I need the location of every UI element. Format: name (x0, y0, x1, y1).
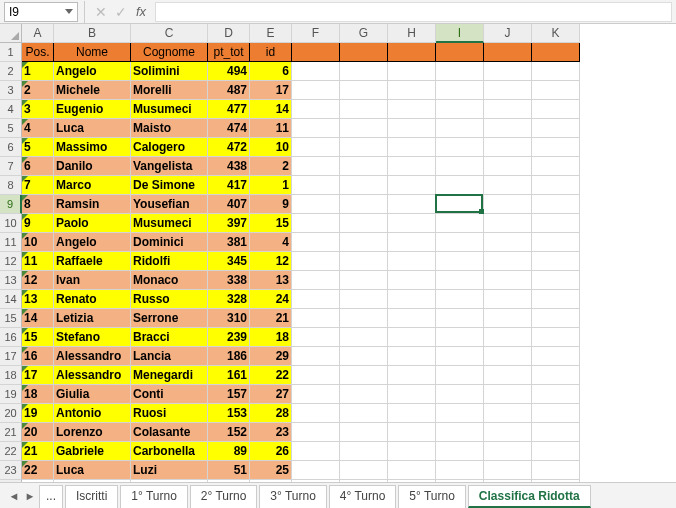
cell-empty[interactable] (484, 195, 532, 214)
cell-nome[interactable]: Michele (54, 81, 131, 100)
cell-id[interactable]: 23 (250, 423, 292, 442)
cell-empty[interactable] (436, 423, 484, 442)
cell-empty[interactable] (436, 328, 484, 347)
cell-cognome[interactable]: Serrone (131, 309, 208, 328)
cell-cognome[interactable]: Musumeci (131, 214, 208, 233)
cell-pos[interactable]: 11 (22, 252, 54, 271)
sheet-tab[interactable]: Classifica Ridotta (468, 485, 591, 508)
cell-pos[interactable]: 19 (22, 404, 54, 423)
cell-empty[interactable] (292, 442, 340, 461)
cell-empty[interactable] (292, 157, 340, 176)
header-id[interactable]: id (250, 43, 292, 62)
cell-empty[interactable] (292, 290, 340, 309)
cell-empty[interactable] (532, 385, 580, 404)
cell-empty[interactable] (532, 252, 580, 271)
formula-input[interactable] (155, 2, 672, 22)
cell-pos[interactable]: 3 (22, 100, 54, 119)
cell-pos[interactable]: 22 (22, 461, 54, 480)
cell-empty[interactable] (340, 81, 388, 100)
cell-cognome[interactable]: Russo (131, 290, 208, 309)
cell-cognome[interactable]: Lancia (131, 347, 208, 366)
cell-empty[interactable] (436, 214, 484, 233)
cell-pos[interactable]: 7 (22, 176, 54, 195)
cell-empty[interactable] (292, 461, 340, 480)
cell-nome[interactable]: Raffaele (54, 252, 131, 271)
cell-empty[interactable] (340, 423, 388, 442)
cell-id[interactable]: 25 (250, 461, 292, 480)
cell-empty[interactable] (436, 43, 484, 62)
cell-empty[interactable] (340, 119, 388, 138)
cell-pt[interactable]: 381 (208, 233, 250, 252)
cell-empty[interactable] (436, 309, 484, 328)
cell-empty[interactable] (532, 176, 580, 195)
cell-pt[interactable]: 310 (208, 309, 250, 328)
cell-pt[interactable]: 239 (208, 328, 250, 347)
cell-pt[interactable]: 407 (208, 195, 250, 214)
cell-empty[interactable] (532, 271, 580, 290)
cell-empty[interactable] (484, 100, 532, 119)
cell-cognome[interactable]: Vangelista (131, 157, 208, 176)
column-header-B[interactable]: B (54, 24, 131, 43)
cell-empty[interactable] (532, 119, 580, 138)
cell-cognome[interactable]: Dominici (131, 233, 208, 252)
cell-empty[interactable] (532, 404, 580, 423)
cell-empty[interactable] (484, 252, 532, 271)
cell-empty[interactable] (436, 404, 484, 423)
cell-id[interactable]: 21 (250, 309, 292, 328)
cell-empty[interactable] (340, 62, 388, 81)
column-header-K[interactable]: K (532, 24, 580, 43)
row-header-2[interactable]: 2 (0, 62, 22, 81)
tab-nav-next-icon[interactable]: ► (22, 490, 38, 502)
row-header-10[interactable]: 10 (0, 214, 22, 233)
cell-pt[interactable]: 153 (208, 404, 250, 423)
cell-empty[interactable] (388, 43, 436, 62)
cell-empty[interactable] (340, 385, 388, 404)
cell-empty[interactable] (532, 328, 580, 347)
cell-empty[interactable] (292, 404, 340, 423)
row-header-19[interactable]: 19 (0, 385, 22, 404)
cell-pt[interactable]: 157 (208, 385, 250, 404)
cell-empty[interactable] (388, 138, 436, 157)
cell-empty[interactable] (436, 290, 484, 309)
cell-pos[interactable]: 20 (22, 423, 54, 442)
cell-empty[interactable] (388, 271, 436, 290)
cell-id[interactable]: 12 (250, 252, 292, 271)
cell-empty[interactable] (388, 233, 436, 252)
cell-pos[interactable]: 12 (22, 271, 54, 290)
sheet-tab[interactable]: Iscritti (65, 485, 118, 508)
cell-empty[interactable] (388, 100, 436, 119)
cell-id[interactable]: 2 (250, 157, 292, 176)
cell-empty[interactable] (436, 252, 484, 271)
cell-empty[interactable] (340, 138, 388, 157)
cell-empty[interactable] (292, 100, 340, 119)
cell-nome[interactable]: Letizia (54, 309, 131, 328)
cell-empty[interactable] (532, 138, 580, 157)
cell-empty[interactable] (532, 195, 580, 214)
cell-empty[interactable] (436, 176, 484, 195)
cell-pos[interactable]: 1 (22, 62, 54, 81)
cell-id[interactable]: 13 (250, 271, 292, 290)
cell-empty[interactable] (388, 461, 436, 480)
cell-cognome[interactable]: Monaco (131, 271, 208, 290)
cell-empty[interactable] (292, 309, 340, 328)
cell-empty[interactable] (292, 119, 340, 138)
cell-empty[interactable] (340, 176, 388, 195)
sheet-tab[interactable]: 2° Turno (190, 485, 258, 508)
cell-empty[interactable] (436, 157, 484, 176)
cell-id[interactable]: 6 (250, 62, 292, 81)
row-header-4[interactable]: 4 (0, 100, 22, 119)
cell-empty[interactable] (340, 271, 388, 290)
row-header-3[interactable]: 3 (0, 81, 22, 100)
cell-empty[interactable] (340, 290, 388, 309)
cell-empty[interactable] (388, 62, 436, 81)
cell-empty[interactable] (340, 43, 388, 62)
cell-empty[interactable] (292, 195, 340, 214)
cell-pos[interactable]: 9 (22, 214, 54, 233)
cell-id[interactable]: 26 (250, 442, 292, 461)
cell-empty[interactable] (532, 461, 580, 480)
cell-empty[interactable] (436, 233, 484, 252)
cell-empty[interactable] (388, 81, 436, 100)
cell-empty[interactable] (388, 328, 436, 347)
column-header-F[interactable]: F (292, 24, 340, 43)
cell-empty[interactable] (340, 366, 388, 385)
